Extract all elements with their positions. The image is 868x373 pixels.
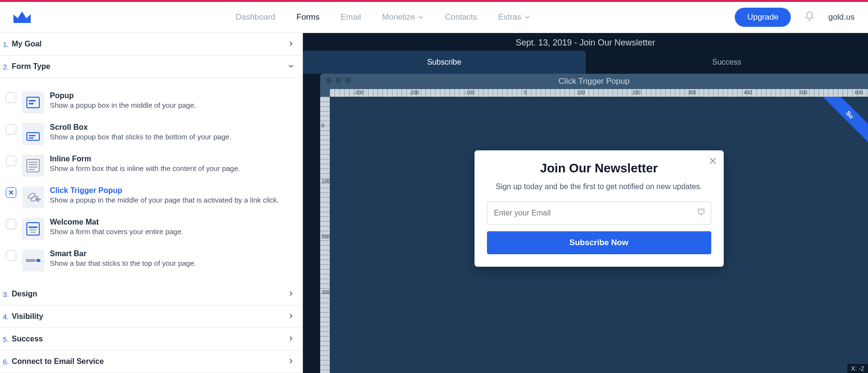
svg-rect-1	[29, 100, 35, 102]
step-design[interactable]: 3. Design	[0, 283, 302, 305]
option-title: Welcome Mat	[50, 218, 183, 226]
step-number: 1.	[3, 40, 9, 48]
ruler-tick: -300	[354, 90, 363, 95]
tab-success[interactable]: Success	[586, 51, 868, 74]
step-title: Success	[12, 335, 43, 343]
step-my-goal[interactable]: 1. My Goal	[0, 33, 302, 56]
svg-rect-2	[29, 103, 34, 104]
nav-extras[interactable]: Extras	[498, 12, 530, 22]
checkbox[interactable]	[6, 219, 16, 229]
option-text: Click Trigger Popup Show a popup in the …	[50, 186, 279, 204]
popup-heading: Join Our Newsletter	[487, 161, 711, 176]
ruler-tick: 400	[744, 90, 752, 95]
svg-rect-3	[27, 133, 39, 140]
option-click-trigger-popup[interactable]: Click Trigger Popup Show a popup in the …	[4, 181, 299, 213]
ruler-tick: 300	[322, 290, 330, 295]
option-welcome-mat[interactable]: Welcome Mat Show a form that covers your…	[4, 213, 299, 245]
form-type-options[interactable]: Popup Show a popup box in the middle of …	[0, 78, 302, 283]
nav-monetize[interactable]: Monetize	[382, 12, 424, 22]
window-traffic-lights	[326, 78, 351, 83]
option-inline-form[interactable]: Inline Form Show a form box that is inli…	[4, 150, 299, 181]
preview-tabs: Subscribe Success	[303, 51, 868, 74]
chevron-right-icon	[288, 312, 294, 321]
chevron-down-icon	[288, 62, 294, 71]
email-field-wrapper	[487, 202, 711, 225]
chevron-right-icon	[288, 40, 294, 48]
close-icon[interactable]: ✕	[708, 155, 717, 168]
nav-dashboard[interactable]: Dashboard	[235, 12, 275, 22]
option-title: Smart Bar	[50, 249, 196, 258]
ruler-tick: 300	[688, 90, 696, 95]
option-desc: Show a bar that sticks to the top of you…	[50, 259, 196, 267]
svg-rect-5	[29, 137, 34, 139]
popup-subtext: Sign up today and be the first to get no…	[487, 182, 711, 191]
step-title: Connect to Email Service	[12, 357, 104, 366]
tab-subscribe[interactable]: Subscribe	[303, 51, 586, 74]
option-title: Popup	[50, 91, 196, 100]
svg-rect-7	[29, 162, 37, 163]
svg-rect-17	[26, 259, 35, 262]
option-popup[interactable]: Popup Show a popup box in the middle of …	[4, 87, 299, 118]
checkbox[interactable]	[6, 187, 16, 198]
logo-icon	[13, 11, 31, 23]
step-form-type[interactable]: 2. Form Type	[0, 56, 302, 78]
nav-monetize-label: Monetize	[382, 12, 415, 22]
svg-rect-14	[29, 226, 37, 228]
option-scroll-box[interactable]: Scroll Box Show a popup box that sticks …	[4, 118, 299, 150]
option-text: Scroll Box Show a popup box that sticks …	[50, 123, 231, 141]
nav-right: Upgrade gold.us	[735, 8, 855, 27]
option-smart-bar[interactable]: Smart Bar Show a bar that sticks to the …	[4, 245, 299, 276]
upgrade-button[interactable]: Upgrade	[735, 8, 791, 27]
canvas[interactable]: Su ✕ Join Our Newsletter Sign up today a…	[330, 97, 868, 373]
step-number: 5.	[3, 335, 9, 343]
svg-rect-13	[27, 223, 39, 235]
bell-icon[interactable]	[804, 11, 815, 23]
top-nav: Dashboard Forms Email Monetize Contacts …	[0, 2, 868, 33]
checkbox[interactable]	[6, 250, 16, 261]
builder-sidebar: 1. My Goal 2. Form Type Popup Sho	[0, 33, 303, 373]
inline-thumb-icon	[22, 155, 44, 177]
click-trigger-thumb-icon	[22, 186, 44, 208]
nav-links: Dashboard Forms Email Monetize Contacts …	[48, 12, 718, 22]
checkbox[interactable]	[6, 124, 16, 135]
svg-rect-10	[29, 169, 35, 170]
corner-ribbon: Su	[820, 97, 868, 145]
ruler-tick: 100	[577, 90, 585, 95]
nav-contacts[interactable]: Contacts	[445, 12, 477, 22]
scrollbox-thumb-icon	[22, 123, 44, 145]
chevron-right-icon	[288, 357, 294, 366]
step-visibility[interactable]: 4. Visibility	[0, 305, 302, 328]
checkbox[interactable]	[6, 156, 16, 166]
svg-rect-8	[29, 164, 37, 165]
ruler-tick: -100	[465, 90, 475, 95]
chevron-right-icon	[288, 335, 294, 343]
newsletter-popup[interactable]: ✕ Join Our Newsletter Sign up today and …	[475, 150, 724, 267]
ruler-vertical: 0 100 200 300	[320, 97, 330, 373]
nav-email[interactable]: Email	[341, 12, 361, 22]
svg-rect-19	[698, 209, 704, 214]
step-email-service[interactable]: 6. Connect to Email Service	[0, 350, 302, 373]
ruler-tick: 200	[633, 90, 641, 95]
chevron-down-icon	[418, 14, 424, 20]
svg-rect-0	[27, 97, 39, 108]
email-input[interactable]	[487, 202, 711, 225]
svg-rect-6	[27, 159, 39, 172]
checkbox[interactable]	[6, 92, 16, 103]
step-success[interactable]: 5. Success	[0, 328, 302, 350]
user-name[interactable]: gold.us	[828, 12, 855, 22]
option-desc: Show a popup box in the middle of your p…	[50, 101, 196, 109]
svg-rect-18	[36, 259, 40, 262]
welcome-mat-thumb-icon	[22, 218, 44, 240]
nav-forms[interactable]: Forms	[297, 12, 320, 22]
option-desc: Show a form that covers your entire page…	[50, 227, 183, 236]
autofill-icon	[697, 208, 706, 218]
preview-pane: Sept. 13, 2019 - Join Our Newsletter Sub…	[303, 33, 868, 373]
document-title: Sept. 13, 2019 - Join Our Newsletter	[303, 33, 868, 51]
step-number: 4.	[3, 313, 9, 321]
ruler-tick: 100	[322, 179, 330, 184]
subscribe-button[interactable]: Subscribe Now	[487, 231, 711, 254]
svg-rect-4	[29, 135, 35, 136]
option-text: Smart Bar Show a bar that sticks to the …	[50, 249, 196, 267]
ruler-tick: 0	[524, 90, 527, 95]
step-title: Design	[12, 290, 37, 298]
